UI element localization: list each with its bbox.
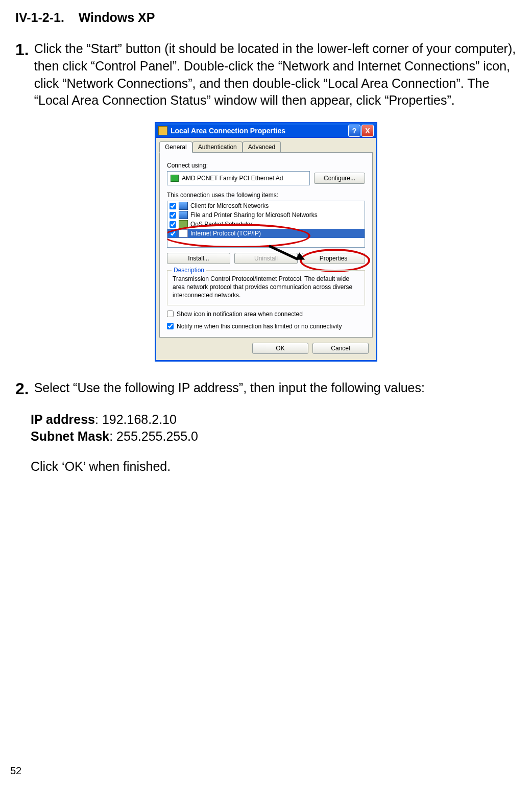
item-label: Client for Microsoft Networks: [190, 202, 269, 209]
description-text: Transmission Control Protocol/Internet P…: [173, 275, 359, 300]
ok-button[interactable]: OK: [252, 343, 308, 354]
connect-using-label: Connect using:: [167, 162, 365, 169]
item-label: Internet Protocol (TCP/IP): [190, 230, 261, 237]
notify-checkbox[interactable]: [167, 323, 174, 329]
step-1: 1. Click the “Start” button (it should b…: [15, 40, 517, 109]
item-label: QoS Packet Scheduler: [190, 221, 252, 228]
ip-label: IP address: [31, 412, 95, 426]
connection-icon: [158, 126, 167, 135]
list-item[interactable]: QoS Packet Scheduler: [167, 220, 365, 229]
tcpip-icon: [179, 229, 188, 237]
tab-panel-general: Connect using: AMD PCNET Family PCI Ethe…: [159, 152, 373, 338]
item-checkbox[interactable]: [170, 221, 176, 228]
xp-dialog: Local Area Connection Properties ? X Gen…: [155, 122, 377, 362]
close-icon: X: [365, 127, 370, 135]
help-button[interactable]: ?: [348, 125, 360, 137]
install-button[interactable]: Install...: [167, 253, 230, 264]
list-item[interactable]: Client for Microsoft Networks: [167, 201, 365, 210]
dialog-title: Local Area Connection Properties: [171, 127, 347, 135]
section-title: Windows XP: [79, 10, 155, 25]
ip-value: : 192.168.2.10: [95, 412, 177, 426]
list-item-selected[interactable]: Internet Protocol (TCP/IP): [167, 229, 365, 238]
mask-label: Subnet Mask: [31, 429, 109, 443]
help-icon: ?: [352, 127, 357, 135]
show-icon-label: Show icon in notification area when conn…: [177, 311, 303, 318]
list-item[interactable]: File and Printer Sharing for Microsoft N…: [167, 210, 365, 220]
configure-button[interactable]: Configure...: [314, 173, 365, 184]
fileprint-icon: [179, 211, 188, 219]
item-checkbox[interactable]: [170, 203, 176, 209]
mask-value: : 255.255.255.0: [109, 429, 198, 443]
qos-icon: [179, 220, 188, 228]
nic-icon: [171, 175, 179, 182]
client-icon: [179, 202, 188, 210]
notify-row[interactable]: Notify me when this connection has limit…: [167, 323, 365, 330]
tab-authentication[interactable]: Authentication: [192, 141, 243, 153]
tab-strip: General Authentication Advanced Connect …: [156, 138, 376, 338]
titlebar[interactable]: Local Area Connection Properties ? X: [156, 124, 376, 138]
adapter-name: AMD PCNET Family PCI Ethernet Ad: [182, 175, 283, 182]
step-1-number: 1.: [15, 40, 29, 109]
items-listbox[interactable]: Client for Microsoft Networks File and P…: [167, 201, 365, 248]
item-checkbox[interactable]: [170, 230, 176, 237]
tab-advanced[interactable]: Advanced: [243, 141, 281, 153]
step-2-intro: Select “Use the following IP address”, t…: [34, 379, 517, 398]
items-label: This connection uses the following items…: [167, 192, 365, 199]
step-2-number: 2.: [15, 379, 29, 398]
step-2: 2. Select “Use the following IP address”…: [15, 379, 517, 475]
section-number: IV-1-2-1.: [15, 10, 64, 25]
show-icon-checkbox[interactable]: [167, 311, 174, 317]
step-2-finish: Click ‘OK’ when finished.: [31, 458, 517, 475]
item-checkbox[interactable]: [170, 212, 176, 219]
cancel-button[interactable]: Cancel: [312, 343, 369, 354]
adapter-field[interactable]: AMD PCNET Family PCI Ethernet Ad: [167, 171, 310, 185]
step-1-text: Click the “Start” button (it should be l…: [34, 40, 517, 109]
close-button[interactable]: X: [361, 125, 374, 137]
properties-button[interactable]: Properties: [302, 253, 365, 264]
show-icon-row[interactable]: Show icon in notification area when conn…: [167, 311, 365, 318]
section-heading: IV-1-2-1. Windows XP: [15, 10, 517, 25]
item-label: File and Printer Sharing for Microsoft N…: [190, 211, 318, 219]
tab-general[interactable]: General: [159, 141, 192, 153]
description-group: Description Transmission Control Protoco…: [167, 270, 365, 305]
dialog-button-row: OK Cancel: [156, 338, 376, 360]
notify-label: Notify me when this connection has limit…: [177, 323, 342, 330]
description-title: Description: [172, 267, 206, 274]
step-2-values: IP address: 192.168.2.10 Subnet Mask: 25…: [31, 411, 517, 475]
